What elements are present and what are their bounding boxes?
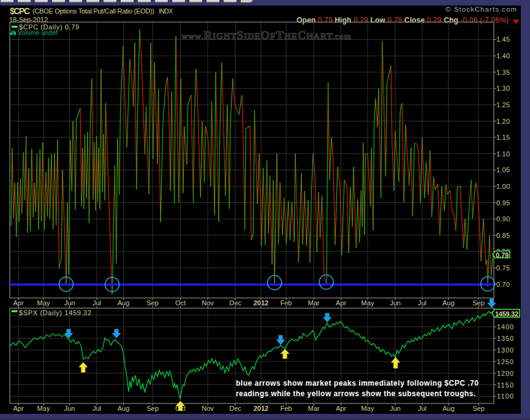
svg-text:Dec: Dec [229,405,241,412]
svg-text:Apr: Apr [336,405,346,412]
svg-text:1350: 1350 [497,335,513,342]
svg-text:1459.32: 1459.32 [495,310,518,318]
svg-text:Open 0.79 High 0.79 Low 0.79 C: Open 0.79 High 0.79 Low 0.79 Close 0.79 … [297,16,509,25]
svg-text:Feb: Feb [281,405,292,412]
svg-text:1200: 1200 [497,370,513,377]
svg-text:1.40: 1.40 [496,52,510,59]
svg-text:Sep: Sep [146,299,159,307]
svg-text:1.30: 1.30 [496,85,510,92]
svg-text:Jun: Jun [390,299,401,307]
svg-text:1.35: 1.35 [496,69,510,76]
svg-text:1.00: 1.00 [496,183,510,190]
svg-text:Sep: Sep [146,405,159,412]
svg-text:INDX: INDX [159,7,173,15]
svg-text:Aug: Aug [442,299,455,307]
svg-text:Sep: Sep [472,299,485,307]
svg-text:$CPC: $CPC [10,6,30,16]
svg-text:Jul: Jul [93,405,101,412]
svg-text:2012: 2012 [254,299,268,307]
svg-text:Oct: Oct [175,299,186,307]
svg-text:Apr: Apr [13,299,23,307]
svg-text:May: May [37,405,50,412]
svg-text:Mar: Mar [308,405,320,412]
svg-text:blue arrows show market peaks: blue arrows show market peaks immediatel… [236,379,479,388]
svg-text:(CBOE Options Total Put/Call R: (CBOE Options Total Put/Call Ratio (EOD)… [32,7,154,15]
svg-text:Aug: Aug [442,405,455,412]
svg-text:Nov: Nov [202,299,214,307]
svg-text:May: May [362,405,374,412]
svg-text:Aug: Aug [118,299,130,307]
svg-text:May: May [362,299,374,307]
svg-text:1.45: 1.45 [496,36,510,43]
svg-text:1.10: 1.10 [496,150,510,158]
svg-text:0.70: 0.70 [496,281,510,288]
svg-text:Jul: Jul [93,299,101,307]
svg-text:2012: 2012 [254,405,268,412]
svg-text:1250: 1250 [497,358,513,365]
svg-text:Apr: Apr [13,405,23,412]
svg-text:Jun: Jun [390,405,401,412]
svg-text:May: May [37,299,50,307]
svg-text:Jun: Jun [64,299,75,307]
svg-text:$SPX (Daily) 1459.32: $SPX (Daily) 1459.32 [19,309,91,316]
svg-text:Feb: Feb [281,299,292,307]
svg-text:0.75: 0.75 [496,264,510,272]
svg-text:1400: 1400 [497,323,513,330]
svg-text:Mar: Mar [308,299,320,307]
svg-text:1300: 1300 [497,346,513,354]
svg-text:readings while the yellow arro: readings while the yellow arrows show th… [236,389,475,398]
svg-text:Volume undef: Volume undef [18,29,58,36]
svg-text:1.25: 1.25 [496,101,510,109]
svg-text:Dec: Dec [229,299,241,307]
svg-text:Jul: Jul [418,405,426,412]
svg-text:Sep: Sep [472,405,485,412]
svg-text:1100: 1100 [497,392,513,400]
svg-text:© StockCharts.com: © StockCharts.com [445,6,517,13]
svg-text:1.05: 1.05 [496,166,510,174]
svg-text:Jun: Jun [64,405,75,412]
svg-text:Jul: Jul [418,299,426,307]
svg-text:Aug: Aug [118,405,130,412]
svg-text:Apr: Apr [336,299,346,307]
svg-text:0.85: 0.85 [496,232,510,239]
svg-text:1.20: 1.20 [496,118,510,125]
svg-text:0.90: 0.90 [496,215,510,223]
svg-text:0.79: 0.79 [496,251,509,259]
svg-text:Nov: Nov [202,405,214,412]
svg-text:1150: 1150 [497,381,513,389]
svg-text:1.15: 1.15 [496,134,510,141]
svg-text:0.95: 0.95 [496,199,510,207]
